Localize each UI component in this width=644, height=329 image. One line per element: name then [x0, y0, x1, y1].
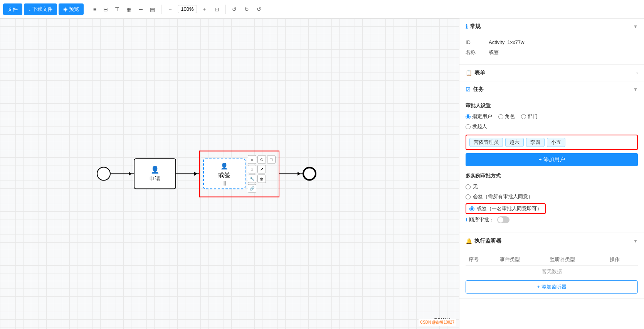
align-group: ≡ ⊟ ⊤ ▦ ⊢ ▤: [90, 5, 158, 14]
or-sign-task[interactable]: 👤 或签 |||: [203, 159, 245, 189]
diamond-tool-icon[interactable]: ◇: [257, 155, 266, 164]
user-tag-2[interactable]: 李四: [526, 138, 545, 147]
circle-tool-icon[interactable]: ○: [248, 155, 256, 164]
listener-icon: 🔔: [466, 238, 472, 244]
multi-instance-title: 多实例审批方式: [466, 172, 638, 179]
delete-tool-icon[interactable]: 🗑: [257, 174, 266, 183]
multi-all-label: 会签（需所有审批人同意）: [473, 193, 533, 200]
user-tag-0[interactable]: 苦依管理员: [469, 138, 503, 147]
multi-instance-section: 多实例审批方式 无 会签（需所有审批人同意） 或签（一名审批人同意即可）: [466, 172, 638, 214]
multi-all[interactable]: 会签（需所有审批人同意）: [466, 193, 638, 200]
col-seq: 序号: [466, 254, 497, 266]
divider-2: [161, 5, 161, 14]
general-header[interactable]: ℹ 常规 ▼: [459, 19, 644, 35]
general-section: ℹ 常规 ▼ ID Activity_1xx77w 名称 或签: [459, 19, 644, 65]
form-section: 📋 表单 ›: [459, 65, 644, 81]
apply-task-icon: 👤: [151, 165, 159, 174]
file-button[interactable]: 文件: [3, 3, 22, 15]
general-title: ℹ 常规: [466, 23, 481, 30]
general-icon: ℹ: [466, 24, 467, 30]
zoom-in-icon[interactable]: ＋: [198, 4, 210, 14]
approver-title: 审批人设置: [466, 102, 638, 109]
redo1-icon[interactable]: ↻: [241, 5, 252, 14]
divider-3: [225, 5, 226, 14]
listener-chevron-icon: ▼: [633, 238, 638, 244]
task-title: ☑ 任务: [466, 86, 484, 93]
align-center-icon[interactable]: ⊟: [100, 5, 111, 14]
or-sign-icon: 👤: [220, 162, 228, 170]
multi-any[interactable]: 或签（一名审批人同意即可）: [466, 203, 638, 214]
multi-none-label: 无: [473, 183, 478, 190]
id-value: Activity_1xx77w: [489, 39, 524, 45]
multi-none[interactable]: 无: [466, 183, 638, 190]
radio-role-label: 角色: [505, 113, 515, 120]
radio-initiator[interactable]: 发起人: [466, 123, 487, 130]
arrow-tool-icon[interactable]: ↗: [257, 165, 266, 173]
or-sign-label: 或签: [218, 171, 230, 179]
fit-icon[interactable]: ⊡: [212, 5, 222, 14]
user-tags-container: 苦依管理员 赵六 李四 小五: [466, 135, 638, 150]
bar-chart-2-icon[interactable]: ▤: [147, 5, 158, 14]
selected-container[interactable]: 👤 或签 ||| ○ ◇ □ ○ ↗ 🔧: [199, 150, 279, 197]
align-top-icon[interactable]: ⊤: [112, 5, 123, 14]
id-label: ID: [466, 39, 489, 45]
apply-task[interactable]: 👤 申请: [134, 159, 176, 189]
listener-section: 🔔 执行监听器 ▼ 序号 事件类型 监听器类型 操作: [459, 233, 644, 299]
end-event[interactable]: [303, 167, 316, 181]
align-left-icon[interactable]: ≡: [90, 5, 99, 14]
link-tool-icon[interactable]: 🔗: [248, 184, 256, 192]
listener-title: 🔔 执行监听器: [466, 238, 501, 245]
divider-1: [87, 5, 87, 14]
form-icon: 📋: [466, 70, 472, 76]
form-chevron-icon: ›: [636, 70, 638, 76]
form-header[interactable]: 📋 表单 ›: [459, 65, 644, 81]
right-panel: ℹ 常规 ▼ ID Activity_1xx77w 名称 或签 📋: [459, 19, 644, 329]
preview-button[interactable]: ◉ 预览: [59, 3, 84, 15]
user-tag-1[interactable]: 赵六: [505, 138, 524, 147]
radio-dept[interactable]: 部门: [521, 113, 538, 120]
download-button[interactable]: ↓ 下载文件: [24, 3, 57, 15]
task-body: 审批人设置 指定用户 角色 部门: [459, 98, 644, 233]
undo-icon[interactable]: ↺: [229, 5, 240, 14]
add-user-button[interactable]: + 添加用户: [466, 153, 638, 166]
bpmn-diagram: 👤 申请 👤 或签 ||| ○ ◇ □: [97, 150, 316, 197]
redo2-icon[interactable]: ↺: [254, 5, 264, 14]
flow-arrow-3: [279, 174, 303, 174]
start-event[interactable]: [97, 167, 111, 181]
radio-designated-user[interactable]: 指定用户: [466, 113, 492, 120]
toolbar: 文件 ↓ 下载文件 ◉ 预览 ≡ ⊟ ⊤ ▦ ⊢ ▤ － 100% ＋ ⊡ ↺ …: [0, 0, 644, 19]
col-event-type: 事件类型: [497, 254, 547, 266]
radio-dept-label: 部门: [528, 113, 538, 120]
canvas-area[interactable]: 👤 申请 👤 或签 ||| ○ ◇ □: [0, 19, 459, 329]
listener-header[interactable]: 🔔 执行监听器 ▼: [459, 233, 644, 249]
sequential-toggle[interactable]: [497, 216, 509, 223]
align-vertical-icon[interactable]: ⊢: [135, 5, 146, 14]
wrench-tool-icon[interactable]: 🔧: [248, 174, 256, 183]
task-header[interactable]: ☑ 任务 ▼: [459, 81, 644, 98]
node-toolbar: ○ ◇ □ ○ ↗ 🔧 🗑 🔗: [248, 155, 276, 192]
form-title: 📋 表单: [466, 69, 485, 76]
user-tag-3[interactable]: 小五: [547, 138, 565, 147]
listener-body: 序号 事件类型 监听器类型 操作 暂无数据 + 添加监听器: [459, 249, 644, 298]
circle-tool2-icon[interactable]: ○: [248, 165, 256, 173]
general-body: ID Activity_1xx77w 名称 或签: [459, 35, 644, 64]
rect-tool-icon[interactable]: □: [267, 155, 276, 164]
task-icon: ☑: [466, 86, 471, 93]
no-data-row: 暂无数据: [466, 266, 638, 278]
add-listener-button[interactable]: + 添加监听器: [466, 280, 638, 294]
sequential-row: ℹ 顺序审批：: [466, 216, 638, 223]
seq-info-icon: ℹ: [466, 217, 467, 223]
task-chevron-icon: ▼: [633, 87, 638, 92]
bar-chart-icon[interactable]: ▦: [123, 5, 135, 14]
flow-arrow-1: [111, 174, 134, 174]
general-chevron-icon: ▼: [633, 24, 638, 29]
zoom-input[interactable]: 100%: [178, 5, 197, 13]
task-section: ☑ 任务 ▼ 审批人设置 指定用户 角色: [459, 81, 644, 233]
approver-radio-group: 指定用户 角色 部门: [466, 113, 638, 120]
parallel-lines: |||: [222, 180, 226, 186]
radio-role[interactable]: 角色: [498, 113, 515, 120]
no-data-text: 暂无数据: [466, 266, 638, 278]
listener-table: 序号 事件类型 监听器类型 操作 暂无数据: [466, 254, 638, 277]
zoom-out-icon[interactable]: －: [165, 4, 176, 14]
col-listener-type: 监听器类型: [547, 254, 607, 266]
